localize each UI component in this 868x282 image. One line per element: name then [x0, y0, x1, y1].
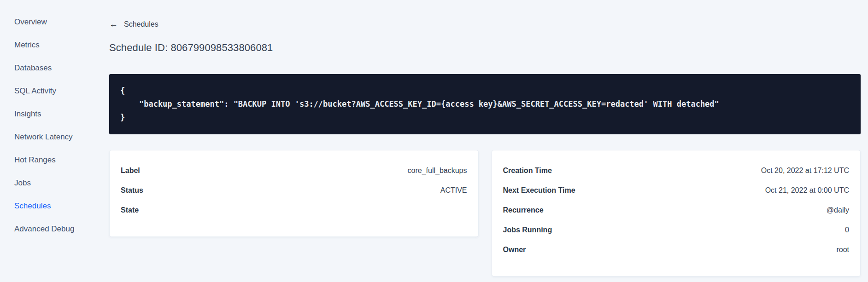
detail-row: Jobs Running 0 — [503, 220, 850, 240]
detail-label: Jobs Running — [503, 226, 552, 234]
detail-value: Oct 21, 2022 at 0:00 UTC — [765, 186, 849, 195]
code-line: { — [120, 84, 850, 98]
sidebar-item-metrics[interactable]: Metrics — [0, 34, 109, 57]
page-title: Schedule ID: 806799098533806081 — [109, 42, 861, 54]
detail-label: State — [121, 206, 139, 214]
detail-row: Next Execution Time Oct 21, 2022 at 0:00… — [503, 180, 850, 200]
detail-row: Recurrence @daily — [503, 200, 850, 220]
detail-label: Owner — [503, 246, 526, 254]
sidebar-item-sql-activity[interactable]: SQL Activity — [0, 80, 109, 103]
detail-value: root — [836, 246, 849, 254]
detail-label: Status — [121, 186, 143, 195]
sidebar-item-databases[interactable]: Databases — [0, 57, 109, 80]
detail-label: Recurrence — [503, 206, 544, 214]
sidebar-item-overview[interactable]: Overview — [0, 11, 109, 34]
schedule-statement-code-block: { "backup_statement": "BACKUP INTO 's3:/… — [109, 74, 861, 134]
sidebar-item-jobs[interactable]: Jobs — [0, 172, 109, 195]
back-arrow-icon: ← — [109, 20, 118, 29]
detail-row: Creation Time Oct 20, 2022 at 17:12 UTC — [503, 161, 850, 180]
detail-row: Label core_full_backups — [121, 161, 467, 180]
detail-value: Oct 20, 2022 at 17:12 UTC — [761, 167, 849, 175]
sidebar: Overview Metrics Databases SQL Activity … — [0, 0, 109, 282]
detail-label: Next Execution Time — [503, 186, 575, 195]
detail-value: core_full_backups — [408, 167, 467, 175]
detail-row: Owner root — [503, 240, 850, 259]
detail-label: Label — [121, 167, 140, 175]
code-line: } — [120, 111, 850, 124]
code-line: "backup_statement": "BACKUP INTO 's3://b… — [120, 98, 850, 111]
sidebar-item-network-latency[interactable]: Network Latency — [0, 126, 109, 149]
sidebar-item-advanced-debug[interactable]: Advanced Debug — [0, 218, 109, 241]
detail-row: State — [121, 200, 467, 220]
detail-value: @daily — [827, 206, 849, 214]
schedule-details-card: Label core_full_backups Status ACTIVE St… — [109, 150, 479, 237]
sidebar-item-hot-ranges[interactable]: Hot Ranges — [0, 149, 109, 172]
sidebar-item-schedules[interactable]: Schedules — [0, 195, 109, 218]
schedule-timing-card: Creation Time Oct 20, 2022 at 17:12 UTC … — [492, 150, 861, 276]
back-to-schedules-link[interactable]: ← Schedules — [109, 20, 158, 29]
sidebar-item-insights[interactable]: Insights — [0, 103, 109, 126]
detail-value: ACTIVE — [440, 186, 467, 195]
detail-row: Status ACTIVE — [121, 180, 467, 200]
main-content: ← Schedules Schedule ID: 806799098533806… — [109, 0, 868, 282]
detail-value: 0 — [845, 226, 849, 234]
detail-label: Creation Time — [503, 167, 552, 175]
breadcrumb-label: Schedules — [124, 20, 158, 29]
detail-cards: Label core_full_backups Status ACTIVE St… — [109, 150, 861, 276]
